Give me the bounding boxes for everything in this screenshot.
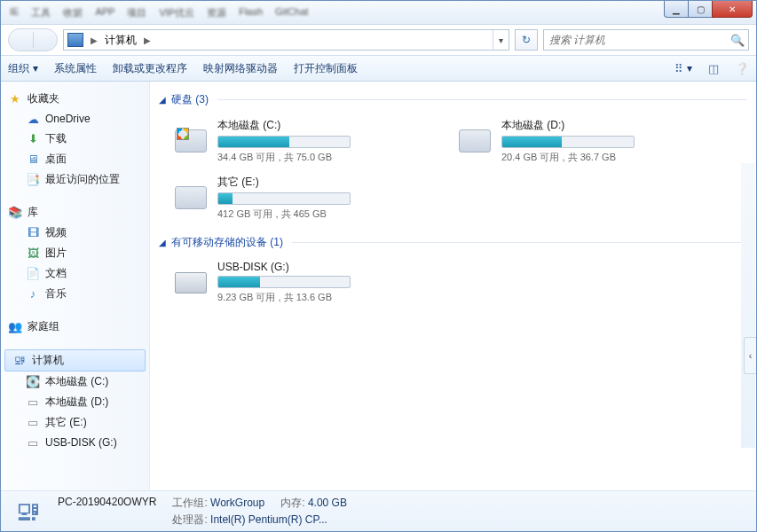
drive-label: 其它 (E:) xyxy=(217,175,436,190)
search-box[interactable]: 🔍 xyxy=(543,29,749,51)
usage-bar xyxy=(217,136,351,148)
sidebar-item-computer[interactable]: 🖳计算机 xyxy=(4,349,146,372)
memory-label: 内存: xyxy=(280,497,304,509)
cpu-label: 处理器: xyxy=(172,513,207,526)
preview-pane-button[interactable]: ◫ xyxy=(708,62,719,75)
sidebar-item-drive-c[interactable]: 💽本地磁盘 (C:) xyxy=(1,372,149,392)
computer-icon: 🖳 xyxy=(12,354,27,368)
sidebar-item-onedrive[interactable]: ☁OneDrive xyxy=(1,109,149,129)
view-icon: ⠿ xyxy=(674,62,683,75)
homegroup-icon: 👥 xyxy=(8,320,22,334)
drive-icon: ▭ xyxy=(26,395,40,410)
download-icon: ⬇ xyxy=(26,132,40,146)
drive-label: USB-DISK (G:) xyxy=(217,261,436,273)
sidebar-item-pictures[interactable]: 🖼图片 xyxy=(1,243,149,263)
document-icon: 📄 xyxy=(26,267,40,281)
drive-item-g[interactable]: USB-DISK (G:) 9.23 GB 可用 , 共 13.6 GB xyxy=(171,257,438,308)
sidebar-item-drive-e[interactable]: ▭其它 (E:) xyxy=(1,412,149,433)
help-icon: ❔ xyxy=(735,62,749,75)
drive-item-e[interactable]: 其它 (E:) 412 GB 可用 , 共 465 GB xyxy=(171,171,438,224)
drive-stats: 34.4 GB 可用 , 共 75.0 GB xyxy=(217,151,436,164)
collapse-icon: ◢ xyxy=(159,95,166,105)
window-titlebar: IE工具收据APP项目VIP优云资源FlashGitChat ▁ ▢ ✕ xyxy=(1,1,756,25)
drive-stats: 20.4 GB 可用 , 共 36.7 GB xyxy=(501,151,720,164)
sidebar-item-music[interactable]: ♪音乐 xyxy=(1,284,149,304)
help-button[interactable]: ❔ xyxy=(735,62,749,75)
recent-icon: 📑 xyxy=(26,173,40,187)
hdd-icon xyxy=(457,126,493,156)
workgroup-label: 工作组: xyxy=(172,497,207,509)
usage-fill xyxy=(218,193,233,204)
drive-item-d[interactable]: 本地磁盘 (D:) 20.4 GB 可用 , 共 36.7 GB xyxy=(455,114,722,168)
hdd-icon xyxy=(173,183,209,213)
breadcrumb-root[interactable]: 计算机 xyxy=(101,33,140,48)
breadcrumb-arrow-icon[interactable]: ▶ xyxy=(140,35,154,45)
view-options-button[interactable]: ⠿ ▾ xyxy=(674,62,692,75)
usage-bar xyxy=(501,136,635,148)
homegroup-header[interactable]: 👥家庭组 xyxy=(1,317,149,337)
breadcrumb-arrow-icon[interactable]: ▶ xyxy=(87,35,101,45)
group-header-hdd[interactable]: ◢ 硬盘 (3) xyxy=(159,92,747,107)
search-input[interactable] xyxy=(544,34,727,46)
toolbar: 组织 ▾ 系统属性 卸载或更改程序 映射网络驱动器 打开控制面板 ⠿ ▾ ◫ ❔ xyxy=(1,55,756,82)
chevron-down-icon: ▾ xyxy=(33,62,38,74)
minimize-button[interactable]: ▁ xyxy=(664,1,689,18)
sidebar-item-videos[interactable]: 🎞视频 xyxy=(1,223,149,243)
content-pane: ◢ 硬盘 (3) 本地磁盘 (C:) 34.4 GB 可用 , 共 75.0 G… xyxy=(150,82,756,490)
cpu-value: Intel(R) Pentium(R) CP... xyxy=(210,513,327,526)
hdd-windows-icon xyxy=(173,126,209,156)
computer-icon xyxy=(67,33,83,47)
sidebar-item-desktop[interactable]: 🖥桌面 xyxy=(1,149,149,169)
drive-icon: ▭ xyxy=(26,435,40,450)
map-network-drive-button[interactable]: 映射网络驱动器 xyxy=(203,61,278,76)
titlebar-background-text: IE工具收据APP项目VIP优云资源FlashGitChat xyxy=(1,1,665,25)
address-dropdown-icon[interactable]: ▾ xyxy=(493,30,509,50)
maximize-button[interactable]: ▢ xyxy=(688,1,713,18)
desktop-icon: 🖥 xyxy=(26,153,40,167)
music-icon: ♪ xyxy=(26,287,40,301)
usage-fill xyxy=(218,277,260,287)
usb-drive-icon xyxy=(173,268,209,298)
uninstall-programs-button[interactable]: 卸载或更改程序 xyxy=(113,61,187,76)
address-bar[interactable]: ▶ 计算机 ▶ ▾ xyxy=(63,29,509,51)
system-properties-button[interactable]: 系统属性 xyxy=(54,61,97,76)
open-control-panel-button[interactable]: 打开控制面板 xyxy=(294,61,358,76)
navigation-pane: ★收藏夹 ☁OneDrive ⬇下载 🖥桌面 📑最近访问的位置 📚库 🎞视频 🖼… xyxy=(1,82,150,490)
close-button[interactable]: ✕ xyxy=(712,1,753,18)
image-icon: 🖼 xyxy=(26,246,40,261)
drive-label: 本地磁盘 (C:) xyxy=(217,118,436,133)
details-pane: 🖳 PC-20190420OWYR 工作组: WorkGroup 内存: 4.0… xyxy=(1,490,756,531)
favorites-header[interactable]: ★收藏夹 xyxy=(1,89,149,109)
navigation-bar: ▶ 计算机 ▶ ▾ ↻ 🔍 xyxy=(1,25,756,55)
preview-pane-toggle[interactable]: ‹ xyxy=(744,337,756,374)
drive-icon: 💽 xyxy=(26,375,40,389)
drive-icon: ▭ xyxy=(26,416,40,430)
libraries-header[interactable]: 📚库 xyxy=(1,202,149,223)
workgroup-value: WorkGroup xyxy=(210,497,264,509)
sidebar-item-documents[interactable]: 📄文档 xyxy=(1,263,149,284)
sidebar-item-recent[interactable]: 📑最近访问的位置 xyxy=(1,169,149,190)
sidebar-item-drive-d[interactable]: ▭本地磁盘 (D:) xyxy=(1,392,149,412)
onedrive-icon: ☁ xyxy=(26,112,40,126)
drive-label: 本地磁盘 (D:) xyxy=(501,118,720,133)
drive-stats: 9.23 GB 可用 , 共 13.6 GB xyxy=(217,291,436,304)
drive-item-c[interactable]: 本地磁盘 (C:) 34.4 GB 可用 , 共 75.0 GB xyxy=(171,114,438,168)
star-icon: ★ xyxy=(8,92,22,106)
sidebar-item-drive-g[interactable]: ▭USB-DISK (G:) xyxy=(1,433,149,452)
chevron-down-icon: ▾ xyxy=(687,62,692,74)
video-icon: 🎞 xyxy=(26,226,40,240)
computer-large-icon: 🖳 xyxy=(10,495,47,528)
back-forward-buttons[interactable] xyxy=(8,28,58,51)
usage-bar xyxy=(217,276,351,288)
collapse-icon: ◢ xyxy=(159,238,166,247)
sidebar-item-downloads[interactable]: ⬇下载 xyxy=(1,129,149,149)
group-header-removable[interactable]: ◢ 有可移动存储的设备 (1) xyxy=(159,235,747,250)
refresh-button[interactable]: ↻ xyxy=(515,29,538,51)
scrollbar[interactable] xyxy=(741,163,755,448)
organize-menu[interactable]: 组织 ▾ xyxy=(8,61,38,76)
pane-icon: ◫ xyxy=(708,62,719,75)
usage-bar xyxy=(217,192,351,205)
hostname-value: PC-20190420OWYR xyxy=(58,496,156,511)
search-icon[interactable]: 🔍 xyxy=(727,34,748,47)
usage-fill xyxy=(502,137,562,147)
